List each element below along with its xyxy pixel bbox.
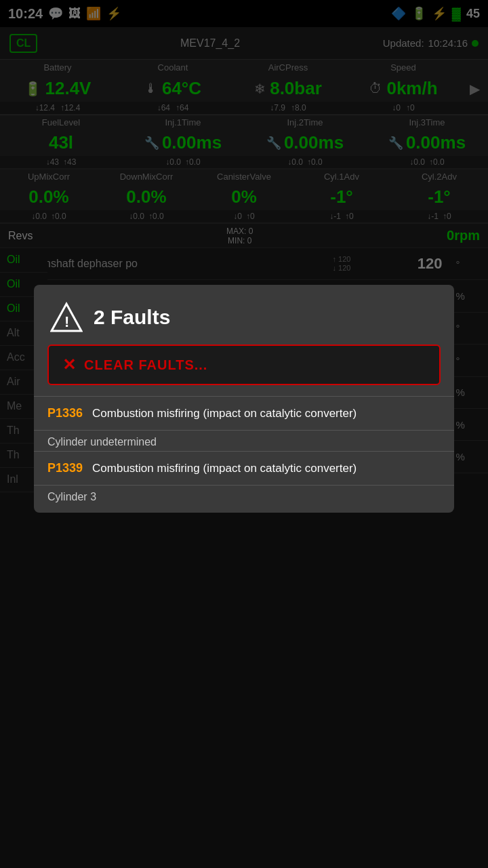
fault-item-1: P1336 Combustion misfiring (impact on ca… — [34, 397, 454, 431]
modal-title: 2 Faults — [94, 306, 170, 329]
faults-modal: ! 2 Faults ✕ CLEAR FAULTS... P1336 Combu… — [34, 285, 454, 513]
fault-2-desc: Combustion misfiring (impact on catalyti… — [92, 462, 357, 475]
fault-1-desc: Combustion misfiring (impact on catalyti… — [92, 407, 357, 420]
fault-item-2: P1339 Combustion misfiring (impact on ca… — [34, 452, 454, 486]
fault-1-header: P1336 Combustion misfiring (impact on ca… — [47, 406, 441, 420]
fault-2-header: P1339 Combustion misfiring (impact on ca… — [47, 461, 441, 475]
fault-2-code: P1339 — [47, 461, 83, 475]
clear-faults-button[interactable]: ✕ CLEAR FAULTS... — [47, 344, 441, 385]
x-icon: ✕ — [62, 355, 76, 374]
svg-text:!: ! — [64, 313, 69, 330]
warning-icon: ! — [50, 301, 83, 334]
modal-header: ! 2 Faults — [34, 285, 454, 344]
fault-1-code: P1336 — [47, 406, 83, 420]
fault-2-subtext: Cylinder 3 — [34, 486, 454, 506]
fault-1-subtext: Cylinder undetermined — [34, 431, 454, 451]
clear-faults-label: CLEAR FAULTS... — [84, 357, 207, 373]
